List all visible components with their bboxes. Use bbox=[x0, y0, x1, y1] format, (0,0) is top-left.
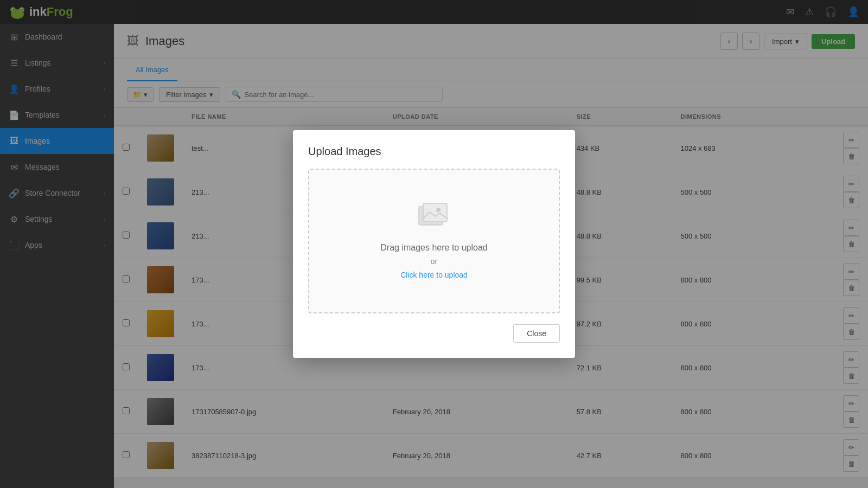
click-upload-link[interactable]: Click here to upload bbox=[400, 271, 468, 279]
modal-footer: Close bbox=[308, 324, 560, 343]
upload-drop-area[interactable]: Drag images here to upload or Click here… bbox=[308, 169, 560, 313]
svg-point-9 bbox=[436, 208, 441, 212]
drag-text: Drag images here to upload bbox=[320, 243, 548, 253]
modal-title: Upload Images bbox=[308, 145, 560, 158]
upload-modal: Upload Images Drag images here to upload… bbox=[293, 130, 575, 358]
svg-rect-8 bbox=[423, 203, 447, 222]
modal-overlay[interactable]: Upload Images Drag images here to upload… bbox=[0, 0, 868, 488]
close-button[interactable]: Close bbox=[513, 324, 560, 343]
or-text: or bbox=[320, 257, 548, 266]
upload-placeholder-icon bbox=[320, 202, 548, 234]
